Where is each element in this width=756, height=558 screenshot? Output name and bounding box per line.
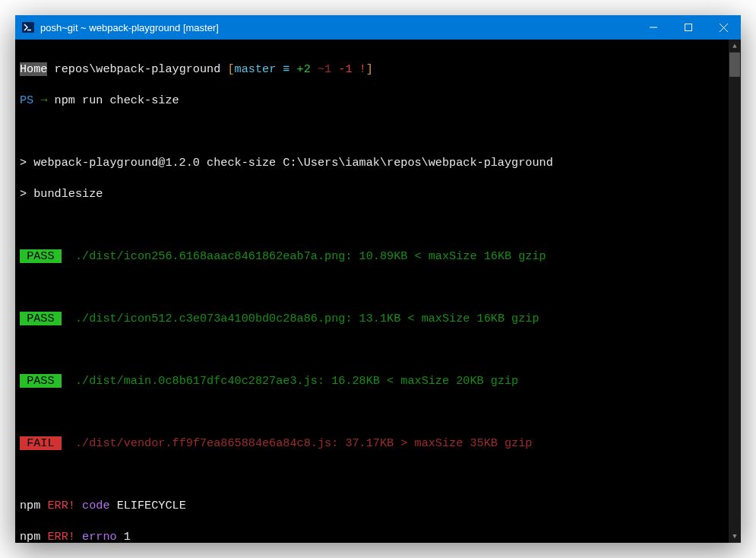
powershell-icon (22, 21, 34, 33)
bundlesize-result: PASS ./dist/icon256.6168aaac8461862eab7a… (20, 249, 736, 265)
bundlesize-result: PASS ./dist/icon512.c3e073a4100bd0c28a86… (20, 311, 736, 327)
scroll-up-icon[interactable]: ▲ (729, 40, 741, 52)
npm-error: npm ERR! code ELIFECYCLE (20, 498, 736, 514)
npm-run-header: > webpack-playground@1.2.0 check-size C:… (20, 155, 736, 171)
window-controls (636, 15, 741, 40)
npm-run-header: > bundlesize (20, 186, 736, 202)
window-title: posh~git ~ webpack-playground [master] (40, 22, 636, 33)
command-line: PS → npm run check-size (20, 93, 736, 109)
scroll-thumb[interactable] (729, 52, 740, 77)
fail-badge: FAIL (20, 436, 62, 450)
terminal-window: posh~git ~ webpack-playground [master] H… (15, 15, 741, 543)
bundlesize-result: FAIL ./dist/vendor.ff9f7ea865884e6a84c8.… (20, 436, 736, 452)
pass-badge: PASS (20, 374, 62, 388)
scroll-down-icon[interactable]: ▼ (729, 530, 741, 543)
maximize-button[interactable] (671, 15, 706, 40)
home-segment: Home (20, 62, 47, 76)
scroll-track[interactable] (729, 52, 741, 530)
bundlesize-result: PASS ./dist/main.0c8b617dfc40c2827ae3.js… (20, 373, 736, 389)
scrollbar[interactable]: ▲ ▼ (728, 40, 741, 543)
titlebar[interactable]: posh~git ~ webpack-playground [master] (15, 15, 741, 40)
close-button[interactable] (706, 15, 741, 40)
svg-rect-3 (685, 24, 692, 31)
prompt-line: Home repos\webpack-playground [master ≡ … (20, 62, 736, 78)
minimize-button[interactable] (636, 15, 671, 40)
terminal-output[interactable]: Home repos\webpack-playground [master ≡ … (15, 40, 741, 543)
pass-badge: PASS (20, 249, 62, 263)
client-area: Home repos\webpack-playground [master ≡ … (15, 40, 741, 543)
pass-badge: PASS (20, 312, 62, 325)
npm-error: npm ERR! errno 1 (20, 529, 736, 545)
